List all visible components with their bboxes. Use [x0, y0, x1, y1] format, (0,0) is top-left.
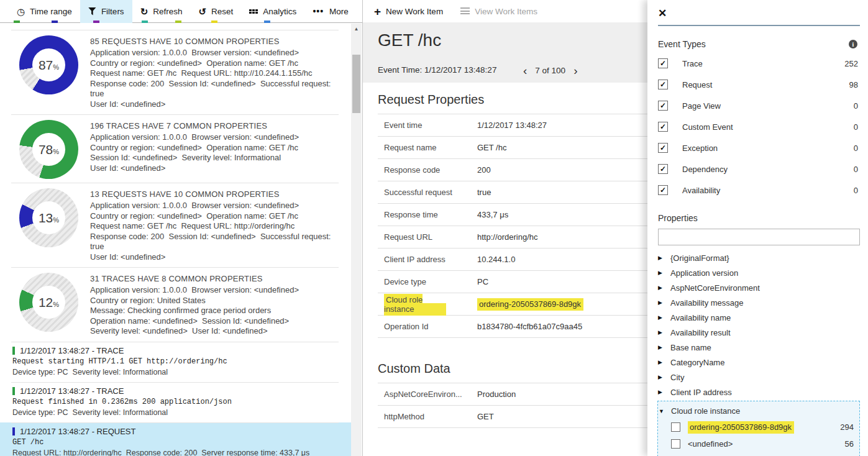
request-log-entry-selected[interactable]: 1/12/2017 13:48:27 - REQUEST GET /hc Req…: [0, 422, 351, 456]
vertical-scrollbar[interactable]: ▲: [351, 24, 362, 456]
search-toolbar: ◷ Time range Filters ↻ Refresh ↺ Reset A…: [0, 0, 362, 23]
property-item[interactable]: ▶ Availability result: [658, 325, 860, 340]
legend-tick: [211, 21, 217, 23]
checkbox[interactable]: ✓: [658, 101, 668, 111]
info-icon[interactable]: i: [849, 40, 857, 48]
property-item[interactable]: ▶ Client IP address: [658, 385, 860, 399]
group-line: Application version: 1.0.0.0 Browser ver…: [90, 285, 332, 296]
more-button[interactable]: ••• More: [304, 0, 356, 23]
row-label: Response time: [384, 210, 477, 219]
group-line: Country or region: <undefined> Operation…: [90, 143, 332, 153]
property-item-expanded[interactable]: ▼ Cloud role instance: [659, 403, 856, 419]
donut-percent: 87: [39, 58, 53, 72]
table-row: Request URL http://ordering/hc: [378, 226, 647, 249]
row-value: Production: [477, 390, 516, 399]
property-item[interactable]: ▶ Application version: [658, 265, 860, 280]
table-row: Device type PC: [378, 271, 647, 293]
common-properties-group[interactable]: 78% 196 TRACES HAVE 7 COMMON PROPERTIES …: [0, 114, 351, 183]
detail-header: GET /hc Event Time: 1/12/2017 13:48:27 ‹…: [363, 22, 647, 83]
event-type-row-page-view[interactable]: ✓ Page View 0: [658, 95, 860, 116]
event-type-row-dependency[interactable]: ✓ Dependency 0: [658, 158, 860, 180]
log-title: 1/12/2017 13:48:27 - TRACE: [20, 346, 124, 355]
donut-hole: 87%: [32, 48, 65, 81]
property-value-row[interactable]: <undefined> 56: [659, 435, 856, 452]
prev-event-button[interactable]: ‹: [523, 65, 527, 76]
row-value: http://ordering/hc: [477, 232, 538, 242]
legend-tick: [14, 21, 20, 23]
chevron-right-icon: ▶: [658, 359, 670, 365]
property-item[interactable]: ▶ Availability name: [658, 310, 860, 325]
view-work-items-button[interactable]: View Work Items: [460, 7, 537, 16]
scrollbar-thumb[interactable]: [352, 55, 360, 113]
chevron-right-icon: ▶: [658, 314, 670, 321]
common-properties-group[interactable]: 87% 85 REQUESTS HAVE 10 COMMON PROPERTIE…: [0, 30, 351, 114]
common-properties-group[interactable]: 12% 31 TRACES HAVE 8 COMMON PROPERTIES A…: [0, 267, 351, 342]
log-message: Request finished in 0.2362ms 200 applica…: [12, 398, 339, 406]
reset-icon: ↺: [198, 7, 206, 16]
filters-button[interactable]: Filters: [80, 0, 132, 23]
checkbox[interactable]: ✓: [658, 164, 668, 174]
next-event-button[interactable]: ›: [573, 65, 577, 76]
event-type-row-custom-event[interactable]: ✓ Custom Event 0: [658, 116, 860, 137]
event-type-row-trace[interactable]: ✓ Trace 252: [658, 53, 860, 74]
trace-log-entry[interactable]: 1/12/2017 13:48:27 - TRACE Request start…: [0, 342, 351, 382]
event-type-row-availability[interactable]: ✓ Availability 0: [658, 180, 860, 201]
log-message: GET /hc: [12, 438, 339, 447]
checkbox[interactable]: ✓: [658, 122, 668, 132]
event-type-count: 98: [849, 80, 860, 89]
checkbox[interactable]: ✓: [658, 143, 668, 153]
property-value-row[interactable]: ordering-2050537869-8d9gk 294: [659, 419, 856, 435]
analytics-button[interactable]: Analytics: [241, 0, 304, 23]
row-value: 200: [477, 165, 491, 175]
event-type-count: 0: [854, 122, 860, 132]
event-type-row-exception[interactable]: ✓ Exception 0: [658, 137, 860, 158]
chevron-down-icon: ▼: [659, 408, 671, 414]
event-type-label: Dependency: [682, 165, 854, 174]
search-results-panel: ◷ Time range Filters ↻ Refresh ↺ Reset A…: [0, 0, 362, 456]
property-label: Availability result: [670, 328, 731, 337]
property-item[interactable]: ▶ AspNetCoreEnvironment: [658, 280, 860, 295]
checkbox[interactable]: ✓: [658, 58, 668, 68]
property-item[interactable]: ▶ CategoryName: [658, 355, 860, 370]
table-row: Successful request true: [378, 181, 647, 204]
group-title: 196 TRACES HAVE 7 COMMON PROPERTIES: [90, 121, 332, 130]
property-item[interactable]: ▶ Base name: [658, 340, 860, 355]
common-properties-group[interactable]: 13% 13 REQUESTS HAVE 10 COMMON PROPERTIE…: [0, 183, 351, 267]
chevron-right-icon: ▶: [658, 299, 670, 306]
severity-bar: [12, 387, 15, 395]
refresh-button[interactable]: ↻ Refresh: [132, 0, 191, 23]
time-range-button[interactable]: ◷ Time range: [9, 0, 80, 23]
reset-button[interactable]: ↺ Reset: [190, 0, 241, 23]
row-value: GET: [477, 412, 494, 421]
event-type-label: Page View: [682, 101, 854, 111]
property-item[interactable]: ▶ City: [658, 370, 860, 385]
trace-log-entry[interactable]: 1/12/2017 13:48:27 - TRACE Request finis…: [0, 382, 351, 422]
group-line: User Id: <undefined>: [90, 252, 332, 263]
event-type-row-request[interactable]: ✓ Request 98: [658, 74, 860, 95]
event-type-label: Trace: [682, 59, 844, 68]
properties-search-input[interactable]: [658, 229, 860, 245]
property-item[interactable]: ▶ {OriginalFormat}: [658, 250, 860, 265]
group-line: Severity level: <undefined> User Id: <un…: [90, 326, 332, 337]
new-work-item-button[interactable]: + New Work Item: [374, 6, 443, 17]
row-label: Response code: [384, 165, 477, 175]
close-icon[interactable]: ✕: [658, 7, 667, 19]
donut-chart-12: 12%: [19, 273, 78, 332]
checkbox[interactable]: ✓: [658, 80, 668, 89]
row-value: 433,7 μs: [477, 210, 508, 219]
percent-sign: %: [53, 301, 59, 308]
legend-tick: [264, 21, 270, 23]
checkbox[interactable]: [671, 422, 680, 432]
property-item[interactable]: ▶ Availability message: [658, 295, 860, 310]
detail-toolbar: + New Work Item View Work Items: [363, 0, 647, 22]
scroll-up-arrow-icon[interactable]: ▲: [351, 24, 362, 34]
property-label: Application version: [670, 268, 738, 278]
log-meta: Device type: PC Severity level: Informat…: [12, 408, 339, 417]
checkbox[interactable]: [671, 439, 680, 449]
log-meta: Request URL: http://ordering/hc Response…: [12, 448, 339, 456]
checkbox[interactable]: ✓: [658, 185, 668, 195]
percent-sign: %: [53, 63, 59, 71]
row-value: 1/12/2017 13:48:27: [477, 121, 547, 130]
group-line: Request name: GET /hc Request URL: http:…: [90, 221, 332, 232]
group-line: Request name: GET /hc Request URL: http:…: [90, 68, 332, 79]
